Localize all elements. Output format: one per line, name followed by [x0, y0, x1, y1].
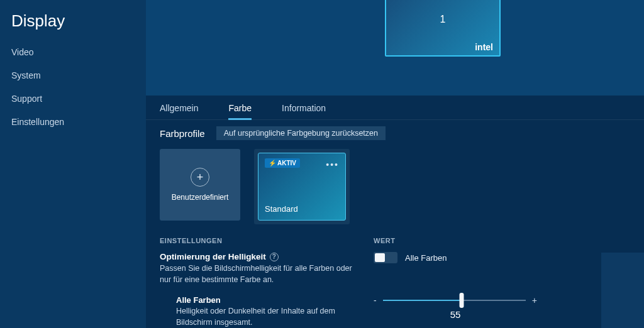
profile-more-menu-icon[interactable]: ••• — [326, 160, 339, 170]
side-panel-hint — [601, 253, 644, 328]
monitor-selection-area: ★ 1 intel — [146, 0, 644, 96]
all-colors-sub-row: Alle Farben Helligkeit oder Dunkelheit d… — [146, 287, 644, 328]
brightness-slider-area: - + 55 — [374, 295, 537, 328]
monitor-brand-label: intel — [475, 42, 493, 52]
custom-profile-label: Benutzerdefiniert — [172, 193, 229, 202]
all-colors-description: Helligkeit oder Dunkelheit der Inhalte a… — [176, 306, 358, 328]
toggle-label: Alle Farben — [405, 253, 447, 263]
sidebar: Display Video System Support Einstellung… — [0, 0, 146, 328]
active-profile-wrapper: ⚡AKTIV ••• Standard — [254, 149, 350, 224]
brightness-title: Optimierung der Helligkeit ? — [160, 252, 374, 261]
add-custom-profile-card[interactable]: + Benutzerdefiniert — [160, 149, 240, 221]
active-badge: ⚡AKTIV — [265, 158, 300, 168]
profiles-section-label: Farbprofile — [160, 128, 205, 139]
slider-fill — [383, 300, 462, 301]
sidebar-item-system[interactable]: System — [11, 70, 146, 80]
tab-farbe[interactable]: Farbe — [228, 103, 252, 119]
slider-handle[interactable] — [459, 293, 464, 308]
monitor-number: 1 — [440, 14, 446, 25]
column-value-label: WERT — [374, 237, 630, 244]
toggle-knob — [375, 253, 385, 262]
settings-area: Allgemein Farbe Information Farbprofile … — [146, 96, 644, 328]
standard-profile-card[interactable]: ⚡AKTIV ••• Standard — [258, 153, 346, 221]
column-settings-label: EINSTELLUNGEN — [160, 237, 374, 244]
tab-allgemein[interactable]: Allgemein — [160, 103, 198, 119]
bolt-icon: ⚡ — [269, 160, 276, 167]
star-icon: ★ — [390, 0, 397, 1]
profiles-header-row: Farbprofile Auf ursprüngliche Farbgebung… — [146, 120, 644, 144]
brightness-slider-track[interactable] — [383, 300, 526, 301]
all-colors-toggle[interactable] — [374, 252, 397, 263]
sidebar-title: Display — [11, 11, 146, 31]
brightness-setting-row: Optimierung der Helligkeit ? Passen Sie … — [146, 248, 644, 287]
sidebar-item-einstellungen[interactable]: Einstellungen — [11, 117, 146, 127]
all-colors-title: Alle Farben — [176, 295, 374, 305]
brightness-value: 55 — [450, 309, 461, 320]
main-panel: ★ 1 intel Allgemein Farbe Information Fa… — [146, 0, 644, 328]
reset-colors-button[interactable]: Auf ursprüngliche Farbgebung zurücksetze… — [216, 126, 386, 140]
help-icon[interactable]: ? — [270, 253, 279, 261]
tabs-bar: Allgemein Farbe Information — [146, 96, 644, 120]
profile-cards-row: + Benutzerdefiniert ⚡AKTIV ••• Standard — [146, 144, 644, 231]
monitor-card[interactable]: ★ 1 intel — [385, 0, 501, 57]
columns-header: EINSTELLUNGEN WERT — [146, 231, 644, 248]
plus-icon: + — [191, 168, 209, 187]
slider-decrease-button[interactable]: - — [374, 295, 377, 305]
slider-increase-button[interactable]: + — [532, 295, 537, 305]
profile-name: Standard — [265, 204, 298, 214]
tab-information[interactable]: Information — [282, 103, 326, 119]
sidebar-item-support[interactable]: Support — [11, 94, 146, 104]
sidebar-item-video[interactable]: Video — [11, 47, 146, 57]
brightness-description: Passen Sie die Bildschirmhelligkeit für … — [160, 263, 361, 285]
